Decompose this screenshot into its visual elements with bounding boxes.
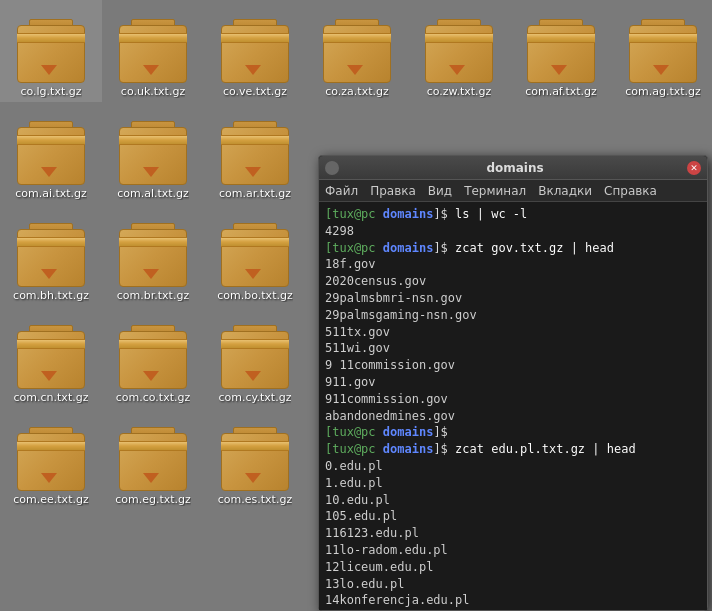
terminal-content[interactable]: [tux@pc domains]$ ls | wc -l4298[tux@pc … [319, 202, 707, 610]
archive-icon [423, 11, 495, 83]
terminal-line: 511tx.gov [325, 324, 701, 341]
prompt-dir: domains [383, 425, 434, 439]
titlebar-buttons [325, 161, 343, 175]
terminal-line: 12liceum.edu.pl [325, 559, 701, 576]
archive-icon [525, 11, 597, 83]
menu-terminal[interactable]: Терминал [464, 184, 526, 198]
file-item[interactable]: co.ve.txt.gz [204, 0, 306, 102]
terminal-output: 116123.edu.pl [325, 526, 419, 540]
prompt-sym: ]$ [433, 442, 447, 456]
terminal-line: [tux@pc domains]$ [325, 424, 701, 441]
archive-icon [321, 11, 393, 83]
file-item[interactable]: com.ee.txt.gz [0, 408, 102, 510]
terminal-output: abandonedmines.gov [325, 409, 455, 423]
terminal-line: 18f.gov [325, 256, 701, 273]
terminal-command: zcat gov.txt.gz | head [448, 241, 614, 255]
prompt-sym: ]$ [433, 425, 447, 439]
file-item[interactable]: com.co.txt.gz [102, 306, 204, 408]
prompt-user: [tux@pc [325, 207, 383, 221]
terminal-line: 911commission.gov [325, 391, 701, 408]
file-label: co.ve.txt.gz [223, 85, 287, 98]
prompt-user: [tux@pc [325, 442, 383, 456]
file-label: com.af.txt.gz [525, 85, 597, 98]
file-label: com.cn.txt.gz [14, 391, 89, 404]
terminal-line: 105.edu.pl [325, 508, 701, 525]
terminal-output: 911.gov [325, 375, 376, 389]
terminal-line: 0.edu.pl [325, 458, 701, 475]
archive-icon [117, 317, 189, 389]
menu-edit[interactable]: Правка [370, 184, 416, 198]
file-item[interactable] [204, 510, 306, 611]
file-item[interactable]: co.lg.txt.gz [0, 0, 102, 102]
file-item[interactable]: com.cy.txt.gz [204, 306, 306, 408]
terminal-titlebar: domains ✕ [319, 156, 707, 180]
archive-icon [219, 317, 291, 389]
menu-view[interactable]: Вид [428, 184, 452, 198]
file-label: co.lg.txt.gz [20, 85, 81, 98]
terminal-line: [tux@pc domains]$ ls | wc -l [325, 206, 701, 223]
file-item[interactable]: com.eg.txt.gz [102, 408, 204, 510]
file-item[interactable]: com.bh.txt.gz [0, 204, 102, 306]
terminal-line: 2020census.gov [325, 273, 701, 290]
file-item[interactable]: com.ar.txt.gz [204, 102, 306, 204]
file-item[interactable]: com.ag.txt.gz [612, 0, 712, 102]
terminal-output: 14konferencja.edu.pl [325, 593, 470, 607]
menu-help[interactable]: Справка [604, 184, 657, 198]
terminal-output: 29palmsbmri-nsn.gov [325, 291, 462, 305]
file-item[interactable]: com.af.txt.gz [510, 0, 612, 102]
file-item[interactable]: com.bo.txt.gz [204, 204, 306, 306]
terminal-line: [tux@pc domains]$ zcat edu.pl.txt.gz | h… [325, 441, 701, 458]
archive-icon [15, 215, 87, 287]
archive-icon [627, 11, 699, 83]
terminal-line: 13lo.edu.pl [325, 576, 701, 593]
terminal-line: 116123.edu.pl [325, 525, 701, 542]
terminal-line: 911.gov [325, 374, 701, 391]
file-item[interactable]: co.za.txt.gz [306, 0, 408, 102]
prompt-sym: ]$ [433, 207, 447, 221]
file-item[interactable]: com.br.txt.gz [102, 204, 204, 306]
terminal-output: 18f.gov [325, 257, 376, 271]
terminal-output: 9 11commission.gov [325, 358, 455, 372]
file-label: co.zw.txt.gz [427, 85, 492, 98]
archive-icon [117, 419, 189, 491]
archive-icon [117, 11, 189, 83]
menu-file[interactable]: Файл [325, 184, 358, 198]
terminal-line: 1.edu.pl [325, 475, 701, 492]
close-button[interactable]: ✕ [687, 161, 701, 175]
file-item[interactable]: co.zw.txt.gz [408, 0, 510, 102]
terminal-output: 105.edu.pl [325, 509, 397, 523]
file-label: com.es.txt.gz [218, 493, 292, 506]
terminal-line: 29palmsbmri-nsn.gov [325, 290, 701, 307]
terminal-line: abandonedmines.gov [325, 408, 701, 425]
terminal-output: 11lo-radom.edu.pl [325, 543, 448, 557]
prompt-dir: domains [383, 241, 434, 255]
archive-icon [15, 11, 87, 83]
terminal-window: domains ✕ Файл Правка Вид Терминал Вклад… [318, 155, 708, 611]
archive-icon [117, 113, 189, 185]
terminal-line: 29palmsgaming-nsn.gov [325, 307, 701, 324]
file-item[interactable]: com.ai.txt.gz [0, 102, 102, 204]
terminal-output: 511wi.gov [325, 341, 390, 355]
file-item[interactable]: com.al.txt.gz [102, 102, 204, 204]
terminal-output: 2020census.gov [325, 274, 426, 288]
file-label: com.ar.txt.gz [219, 187, 291, 200]
terminal-output: 1.edu.pl [325, 476, 383, 490]
archive-icon [117, 215, 189, 287]
prompt-user: [tux@pc [325, 241, 383, 255]
archive-icon [219, 419, 291, 491]
terminal-line: 9 11commission.gov [325, 357, 701, 374]
file-item[interactable] [0, 510, 102, 611]
terminal-line: 511wi.gov [325, 340, 701, 357]
file-item[interactable]: com.es.txt.gz [204, 408, 306, 510]
file-item[interactable]: co.uk.txt.gz [102, 0, 204, 102]
file-item[interactable]: com.cn.txt.gz [0, 306, 102, 408]
file-label: com.co.txt.gz [116, 391, 190, 404]
archive-icon [15, 317, 87, 389]
file-item[interactable] [102, 510, 204, 611]
terminal-title: domains [343, 161, 687, 175]
archive-icon [15, 113, 87, 185]
file-label: com.al.txt.gz [117, 187, 189, 200]
menu-tabs[interactable]: Вкладки [538, 184, 592, 198]
archive-icon [219, 11, 291, 83]
minimize-button[interactable] [325, 161, 339, 175]
